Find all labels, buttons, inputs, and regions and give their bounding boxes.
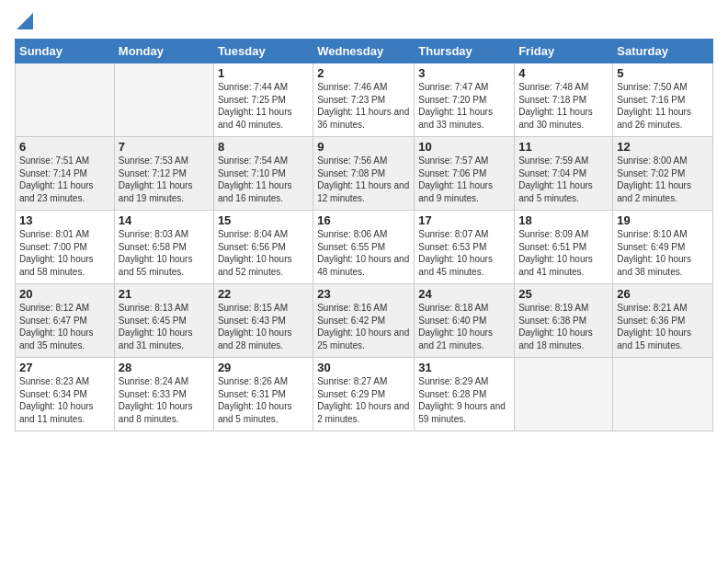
logo <box>15 13 33 33</box>
day-number: 22 <box>218 287 309 301</box>
calendar-week-row: 27Sunrise: 8:23 AM Sunset: 6:34 PM Dayli… <box>16 358 713 431</box>
day-info: Sunrise: 8:24 AM Sunset: 6:33 PM Dayligh… <box>119 375 210 425</box>
day-info: Sunrise: 8:01 AM Sunset: 7:00 PM Dayligh… <box>19 228 110 278</box>
page: SundayMondayTuesdayWednesdayThursdayFrid… <box>0 0 728 563</box>
day-number: 11 <box>518 140 609 154</box>
calendar-day-cell: 7Sunrise: 7:53 AM Sunset: 7:12 PM Daylig… <box>114 137 213 211</box>
day-info: Sunrise: 8:29 AM Sunset: 6:28 PM Dayligh… <box>418 375 510 425</box>
calendar-day-cell: 27Sunrise: 8:23 AM Sunset: 6:34 PM Dayli… <box>16 358 115 431</box>
calendar-day-cell: 29Sunrise: 8:26 AM Sunset: 6:31 PM Dayli… <box>213 358 313 431</box>
day-number: 13 <box>19 213 110 227</box>
day-info: Sunrise: 7:48 AM Sunset: 7:18 PM Dayligh… <box>518 81 609 131</box>
day-info: Sunrise: 7:50 AM Sunset: 7:16 PM Dayligh… <box>617 81 709 131</box>
calendar-day-cell <box>515 358 613 431</box>
day-info: Sunrise: 8:06 AM Sunset: 6:55 PM Dayligh… <box>317 228 410 278</box>
day-info: Sunrise: 8:07 AM Sunset: 6:53 PM Dayligh… <box>418 228 510 278</box>
calendar-week-row: 6Sunrise: 7:51 AM Sunset: 7:14 PM Daylig… <box>16 137 713 211</box>
day-info: Sunrise: 7:44 AM Sunset: 7:25 PM Dayligh… <box>218 81 309 131</box>
day-number: 15 <box>218 213 309 227</box>
calendar-day-cell: 12Sunrise: 8:00 AM Sunset: 7:02 PM Dayli… <box>613 137 713 211</box>
calendar-day-cell: 26Sunrise: 8:21 AM Sunset: 6:36 PM Dayli… <box>613 284 713 358</box>
day-number: 2 <box>317 66 410 80</box>
calendar-day-cell: 30Sunrise: 8:27 AM Sunset: 6:29 PM Dayli… <box>313 358 415 431</box>
calendar-day-cell: 16Sunrise: 8:06 AM Sunset: 6:55 PM Dayli… <box>313 211 415 284</box>
calendar-day-cell: 2Sunrise: 7:46 AM Sunset: 7:23 PM Daylig… <box>313 63 415 137</box>
weekday-header-saturday: Saturday <box>613 40 713 63</box>
day-number: 10 <box>418 140 510 154</box>
logo-text <box>15 13 33 33</box>
day-number: 24 <box>418 287 510 301</box>
calendar-day-cell: 1Sunrise: 7:44 AM Sunset: 7:25 PM Daylig… <box>213 63 313 137</box>
day-number: 31 <box>418 361 510 374</box>
calendar-day-cell <box>16 63 115 137</box>
day-number: 7 <box>119 140 210 154</box>
calendar-day-cell: 23Sunrise: 8:16 AM Sunset: 6:42 PM Dayli… <box>313 284 415 358</box>
weekday-header-monday: Monday <box>114 40 213 63</box>
calendar-day-cell: 20Sunrise: 8:12 AM Sunset: 6:47 PM Dayli… <box>16 284 115 358</box>
day-number: 20 <box>19 287 110 301</box>
calendar-day-cell: 4Sunrise: 7:48 AM Sunset: 7:18 PM Daylig… <box>515 63 613 137</box>
day-number: 16 <box>317 213 410 227</box>
day-number: 27 <box>19 361 110 374</box>
day-info: Sunrise: 8:15 AM Sunset: 6:43 PM Dayligh… <box>218 302 309 351</box>
day-info: Sunrise: 7:53 AM Sunset: 7:12 PM Dayligh… <box>119 155 210 204</box>
calendar-table: SundayMondayTuesdayWednesdayThursdayFrid… <box>15 39 713 431</box>
calendar-day-cell: 11Sunrise: 7:59 AM Sunset: 7:04 PM Dayli… <box>515 137 613 211</box>
day-number: 23 <box>317 287 410 301</box>
header <box>15 9 713 33</box>
calendar-day-cell: 17Sunrise: 8:07 AM Sunset: 6:53 PM Dayli… <box>415 211 515 284</box>
calendar-week-row: 20Sunrise: 8:12 AM Sunset: 6:47 PM Dayli… <box>16 284 713 358</box>
day-info: Sunrise: 8:21 AM Sunset: 6:36 PM Dayligh… <box>617 302 709 351</box>
calendar-day-cell <box>114 63 213 137</box>
calendar-day-cell: 15Sunrise: 8:04 AM Sunset: 6:56 PM Dayli… <box>213 211 313 284</box>
day-info: Sunrise: 7:46 AM Sunset: 7:23 PM Dayligh… <box>317 81 410 131</box>
weekday-header-sunday: Sunday <box>16 40 115 63</box>
day-info: Sunrise: 8:09 AM Sunset: 6:51 PM Dayligh… <box>518 228 609 278</box>
calendar-day-cell: 28Sunrise: 8:24 AM Sunset: 6:33 PM Dayli… <box>114 358 213 431</box>
day-number: 6 <box>19 140 110 154</box>
day-info: Sunrise: 8:19 AM Sunset: 6:38 PM Dayligh… <box>518 302 609 351</box>
day-number: 29 <box>218 361 309 374</box>
calendar-header-row: SundayMondayTuesdayWednesdayThursdayFrid… <box>16 40 713 63</box>
calendar-day-cell: 19Sunrise: 8:10 AM Sunset: 6:49 PM Dayli… <box>613 211 713 284</box>
weekday-header-tuesday: Tuesday <box>213 40 313 63</box>
day-info: Sunrise: 7:51 AM Sunset: 7:14 PM Dayligh… <box>19 155 110 204</box>
calendar-day-cell: 24Sunrise: 8:18 AM Sunset: 6:40 PM Dayli… <box>415 284 515 358</box>
day-number: 9 <box>317 140 410 154</box>
day-number: 5 <box>617 66 709 80</box>
day-info: Sunrise: 8:26 AM Sunset: 6:31 PM Dayligh… <box>218 375 309 425</box>
day-number: 14 <box>119 213 210 227</box>
calendar-day-cell: 6Sunrise: 7:51 AM Sunset: 7:14 PM Daylig… <box>16 137 115 211</box>
calendar-day-cell: 3Sunrise: 7:47 AM Sunset: 7:20 PM Daylig… <box>415 63 515 137</box>
day-number: 18 <box>518 213 609 227</box>
day-info: Sunrise: 7:47 AM Sunset: 7:20 PM Dayligh… <box>418 81 510 131</box>
day-number: 4 <box>518 66 609 80</box>
day-number: 12 <box>617 140 709 154</box>
calendar-day-cell: 31Sunrise: 8:29 AM Sunset: 6:28 PM Dayli… <box>415 358 515 431</box>
calendar-day-cell: 21Sunrise: 8:13 AM Sunset: 6:45 PM Dayli… <box>114 284 213 358</box>
day-info: Sunrise: 8:10 AM Sunset: 6:49 PM Dayligh… <box>617 228 709 278</box>
calendar-day-cell: 14Sunrise: 8:03 AM Sunset: 6:58 PM Dayli… <box>114 211 213 284</box>
weekday-header-thursday: Thursday <box>415 40 515 63</box>
calendar-day-cell: 5Sunrise: 7:50 AM Sunset: 7:16 PM Daylig… <box>613 63 713 137</box>
weekday-header-wednesday: Wednesday <box>313 40 415 63</box>
day-number: 28 <box>119 361 210 374</box>
day-number: 21 <box>119 287 210 301</box>
calendar-day-cell: 9Sunrise: 7:56 AM Sunset: 7:08 PM Daylig… <box>313 137 415 211</box>
day-info: Sunrise: 7:56 AM Sunset: 7:08 PM Dayligh… <box>317 155 410 204</box>
day-info: Sunrise: 8:04 AM Sunset: 6:56 PM Dayligh… <box>218 228 309 278</box>
calendar-week-row: 1Sunrise: 7:44 AM Sunset: 7:25 PM Daylig… <box>16 63 713 137</box>
day-number: 17 <box>418 213 510 227</box>
day-info: Sunrise: 7:57 AM Sunset: 7:06 PM Dayligh… <box>418 155 510 204</box>
calendar-day-cell: 18Sunrise: 8:09 AM Sunset: 6:51 PM Dayli… <box>515 211 613 284</box>
calendar-day-cell <box>613 358 713 431</box>
day-number: 30 <box>317 361 410 374</box>
day-info: Sunrise: 8:13 AM Sunset: 6:45 PM Dayligh… <box>119 302 210 351</box>
day-info: Sunrise: 8:27 AM Sunset: 6:29 PM Dayligh… <box>317 375 410 425</box>
day-number: 26 <box>617 287 709 301</box>
svg-marker-0 <box>17 13 33 29</box>
calendar-day-cell: 8Sunrise: 7:54 AM Sunset: 7:10 PM Daylig… <box>213 137 313 211</box>
day-info: Sunrise: 8:16 AM Sunset: 6:42 PM Dayligh… <box>317 302 410 351</box>
day-info: Sunrise: 8:18 AM Sunset: 6:40 PM Dayligh… <box>418 302 510 351</box>
day-number: 3 <box>418 66 510 80</box>
